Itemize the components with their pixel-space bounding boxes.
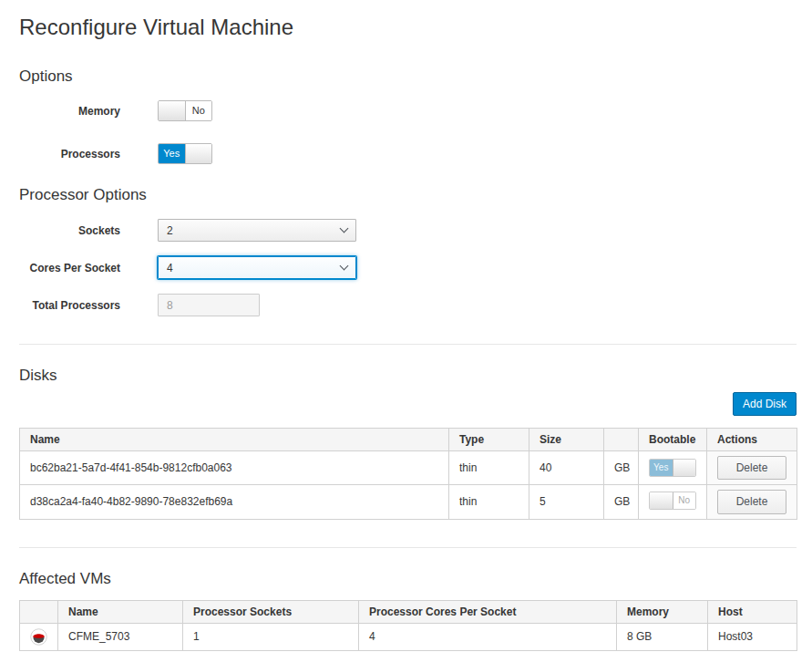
- column-header-unit: [604, 429, 639, 451]
- toggle-handle: [159, 101, 186, 120]
- processors-toggle[interactable]: Yes: [158, 143, 212, 164]
- processor-options-heading: Processor Options: [19, 186, 797, 204]
- affected-vms-table: Name Processor Sockets Processor Cores P…: [19, 600, 797, 651]
- cores-per-socket-select-value: 4: [167, 262, 173, 274]
- disks-heading: Disks: [19, 367, 797, 385]
- sockets-row: Sockets 2: [19, 219, 797, 242]
- column-header-memory: Memory: [617, 600, 708, 623]
- divider: [19, 547, 797, 548]
- processors-row: Processors Yes: [19, 143, 797, 164]
- cores-per-socket-row: Cores Per Socket 4: [19, 256, 797, 279]
- vm-cores-cell: 4: [359, 623, 617, 650]
- bootable-toggle-state: No: [673, 492, 696, 509]
- cores-per-socket-select[interactable]: 4: [158, 256, 356, 279]
- column-header-vm-name: Name: [58, 600, 183, 623]
- disk-name-cell: d38ca2a4-fa40-4b82-9890-78e832efb69a: [20, 485, 449, 519]
- vm-memory-cell: 8 GB: [617, 623, 708, 650]
- column-header-processor-sockets: Processor Sockets: [183, 600, 359, 623]
- chevron-down-icon: [340, 262, 349, 271]
- cores-per-socket-label: Cores Per Socket: [19, 262, 120, 274]
- column-header-type: Type: [449, 429, 529, 451]
- affected-vms-heading: Affected VMs: [19, 570, 797, 588]
- affected-vms-header-row: Name Processor Sockets Processor Cores P…: [20, 600, 797, 623]
- bootable-toggle-state: Yes: [650, 460, 673, 476]
- vm-host-cell: Host03: [708, 623, 797, 650]
- column-header-icon: [20, 600, 58, 623]
- disk-unit-cell: GB: [604, 485, 639, 519]
- disk-type-cell: thin: [449, 451, 529, 485]
- total-processors-input: 8: [158, 294, 260, 316]
- toggle-handle: [650, 492, 673, 509]
- vm-name-cell: CFME_5703: [58, 623, 183, 650]
- table-row: d38ca2a4-fa40-4b82-9890-78e832efb69a thi…: [20, 485, 797, 519]
- processors-toggle-state: Yes: [159, 144, 185, 163]
- add-disk-button[interactable]: Add Disk: [733, 392, 797, 416]
- memory-label: Memory: [19, 105, 120, 118]
- sockets-select[interactable]: 2: [158, 219, 356, 242]
- table-row: bc62ba21-5a7d-4f41-854b-9812cfb0a063 thi…: [20, 451, 797, 485]
- disk-size-cell: 5: [529, 485, 604, 519]
- redhat-icon: [30, 629, 47, 642]
- column-header-processor-cores: Processor Cores Per Socket: [359, 600, 617, 623]
- total-processors-value: 8: [167, 299, 173, 312]
- bootable-toggle: No: [649, 492, 696, 510]
- divider: [19, 344, 797, 345]
- memory-toggle-state: No: [186, 101, 212, 120]
- column-header-size: Size: [529, 429, 604, 451]
- disks-table: Name Type Size Bootable Actions bc62ba21…: [19, 428, 797, 519]
- chevron-down-icon: [340, 224, 349, 233]
- disk-unit-cell: GB: [604, 451, 639, 485]
- vm-sockets-cell: 1: [183, 623, 359, 650]
- memory-row: Memory No: [19, 100, 797, 121]
- page-title: Reconfigure Virtual Machine: [19, 15, 797, 40]
- column-header-name: Name: [20, 429, 449, 451]
- disk-name-cell: bc62ba21-5a7d-4f41-854b-9812cfb0a063: [20, 451, 449, 485]
- reconfigure-vm-page: Reconfigure Virtual Machine Options Memo…: [0, 0, 812, 652]
- options-heading: Options: [19, 67, 797, 86]
- table-row: CFME_5703 1 4 8 GB Host03: [20, 623, 797, 650]
- disk-type-cell: thin: [449, 485, 529, 519]
- column-header-host: Host: [708, 600, 797, 623]
- processors-label: Processors: [19, 148, 120, 160]
- disks-table-header-row: Name Type Size Bootable Actions: [20, 429, 797, 451]
- column-header-actions: Actions: [707, 429, 797, 451]
- total-processors-label: Total Processors: [19, 299, 120, 312]
- delete-button[interactable]: Delete: [717, 456, 786, 480]
- delete-button[interactable]: Delete: [717, 490, 786, 513]
- memory-toggle[interactable]: No: [158, 100, 212, 121]
- total-processors-row: Total Processors 8: [19, 294, 797, 316]
- sockets-label: Sockets: [19, 224, 120, 237]
- toggle-handle: [185, 144, 212, 163]
- toggle-handle: [673, 460, 696, 476]
- bootable-toggle: Yes: [649, 459, 696, 477]
- sockets-select-value: 2: [167, 224, 173, 237]
- disk-size-cell: 40: [529, 451, 604, 485]
- column-header-bootable: Bootable: [639, 429, 707, 451]
